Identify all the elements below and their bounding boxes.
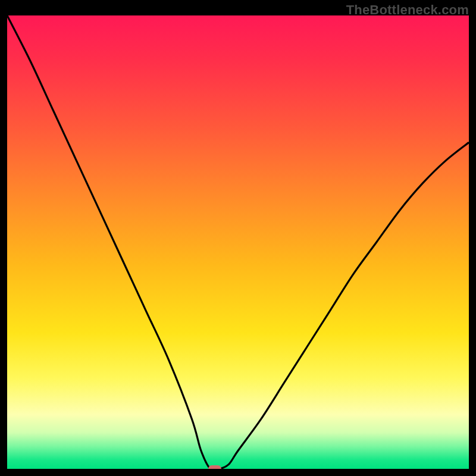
bottleneck-curve: [7, 15, 469, 469]
watermark-text: TheBottleneck.com: [346, 2, 469, 18]
chart-frame: TheBottleneck.com: [0, 0, 476, 476]
optimal-marker: [208, 465, 221, 469]
plot-area: [7, 15, 469, 469]
curve-path: [7, 15, 469, 469]
